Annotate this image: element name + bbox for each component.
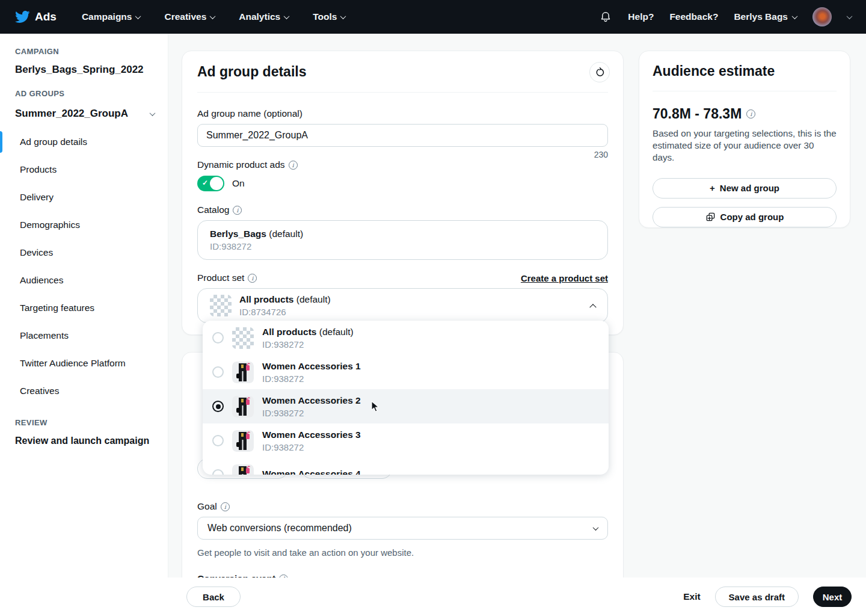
product-photo-thumbnail: [232, 362, 254, 383]
info-icon[interactable]: i: [221, 502, 230, 511]
catalog-select[interactable]: Berlys_Bags (default) ID:938272: [197, 220, 608, 260]
audience-estimate-description: Based on your targeting selections, this…: [653, 128, 837, 164]
sidebar-item-devices[interactable]: Devices: [0, 239, 168, 266]
copy-ad-group-button[interactable]: Copy ad group: [653, 207, 837, 227]
info-icon[interactable]: i: [248, 274, 257, 283]
sidebar-item-audiences[interactable]: Audiences: [0, 266, 168, 294]
exit-button[interactable]: Exit: [683, 591, 700, 602]
button-label: New ad group: [720, 183, 779, 193]
nav-menu-analytics[interactable]: Analytics: [239, 11, 289, 22]
ad-groups-section-label: AD GROUPS: [15, 89, 153, 98]
product-photo-thumbnail: [232, 430, 254, 452]
info-icon[interactable]: i: [746, 109, 755, 119]
product-set-option-women-accessories-1[interactable]: Women Accessories 1 ID:938272: [203, 355, 609, 389]
goal-label: Goal i: [197, 501, 608, 512]
create-product-set-link[interactable]: Create a product set: [521, 273, 608, 283]
product-photo-thumbnail: [232, 464, 254, 475]
save-as-draft-button[interactable]: Save as draft: [715, 587, 799, 607]
audience-estimate-card: Audience estimate 70.8M - 78.3M i Based …: [639, 51, 850, 228]
sidebar-item-delivery[interactable]: Delivery: [0, 183, 168, 211]
product-set-dropdown: All products (default) ID:938272 Women A…: [203, 321, 609, 475]
review-section-label: REVIEW: [15, 418, 153, 427]
notifications-bell-icon[interactable]: [599, 10, 612, 23]
set-suffix: (default): [296, 294, 331, 304]
radio-unselected[interactable]: [212, 435, 224, 446]
audience-estimate-value: 70.8M - 78.3M: [653, 106, 742, 122]
back-button[interactable]: Back: [186, 587, 241, 607]
goal-helper-text: Get people to visit and take an action o…: [197, 547, 608, 558]
sidebar: CAMPAIGN Berlys_Bags_Spring_2022 AD GROU…: [0, 34, 168, 616]
nav-menu-tools[interactable]: Tools: [313, 11, 345, 22]
catalog-label: Catalog i: [197, 205, 608, 215]
twitter-ads-app: Ads Campaigns Creatives Analytics Tools …: [0, 0, 866, 616]
ad-group-name-input[interactable]: [197, 124, 608, 147]
sidebar-item-review-and-launch[interactable]: Review and launch campaign: [15, 436, 153, 446]
chevron-down-icon: [792, 13, 798, 19]
option-name: Women Accessories 2: [262, 395, 361, 405]
goal-select[interactable]: Web conversions (recommended): [197, 517, 608, 540]
twitter-bird-icon: [14, 9, 30, 25]
option-suffix: (default): [319, 327, 354, 337]
sidebar-item-demographics[interactable]: Demographics: [0, 211, 168, 239]
ad-group-name: Summer_2022_GroupA: [15, 108, 128, 120]
product-photo-thumbnail: [232, 396, 254, 417]
goal-value: Web conversions (recommended): [207, 523, 352, 534]
product-set-option-women-accessories-2[interactable]: Women Accessories 2 ID:938272: [203, 389, 609, 424]
chevron-up-icon: [589, 304, 596, 310]
campaign-section-label: CAMPAIGN: [15, 47, 153, 56]
label-text: Product set: [197, 273, 244, 283]
new-ad-group-button[interactable]: + New ad group: [653, 178, 837, 199]
nav-menu-campaigns[interactable]: Campaigns: [82, 11, 141, 22]
product-set-option-all-products[interactable]: All products (default) ID:938272: [203, 321, 609, 355]
sidebar-item-ad-group-details[interactable]: Ad group details: [0, 128, 168, 156]
chevron-down-icon[interactable]: [847, 13, 853, 19]
footer-bar: Back Exit Save as draft Next: [0, 578, 866, 616]
option-id: ID:938272: [262, 408, 361, 418]
chevron-down-icon: [340, 13, 346, 19]
nav-menu-creatives[interactable]: Creatives: [164, 11, 215, 22]
divider: [197, 92, 608, 93]
label-text: Catalog: [197, 205, 229, 215]
dynamic-product-ads-label: Dynamic product ads i: [197, 159, 608, 170]
radio-unselected[interactable]: [212, 332, 224, 343]
info-icon[interactable]: i: [233, 206, 242, 215]
product-set-select[interactable]: All products (default) ID:8734726: [197, 288, 608, 323]
sidebar-item-targeting-features[interactable]: Targeting features: [0, 294, 168, 322]
sidebar-item-products[interactable]: Products: [0, 156, 168, 183]
label-text: Dynamic product ads: [197, 159, 285, 170]
sidebar-item-placements[interactable]: Placements: [0, 322, 168, 350]
campaign-name[interactable]: Berlys_Bags_Spring_2022: [15, 64, 153, 76]
nav-menu-label: Analytics: [239, 11, 280, 22]
nav-menu-label: Campaigns: [82, 11, 132, 22]
feedback-link[interactable]: Feedback?: [669, 11, 718, 22]
sidebar-item-twitter-audience-platform[interactable]: Twitter Audience Platform: [0, 350, 168, 377]
audience-card-title: Audience estimate: [653, 63, 837, 79]
option-id: ID:938272: [262, 442, 361, 452]
ad-group-selector[interactable]: Summer_2022_GroupA: [15, 108, 155, 120]
sidebar-item-creatives[interactable]: Creatives: [0, 377, 168, 405]
all-products-thumbnail: [210, 295, 232, 316]
refresh-button[interactable]: [589, 62, 610, 82]
account-name: Berlys Bags: [734, 11, 788, 22]
check-icon: ✓: [202, 179, 208, 187]
copy-icon: [705, 212, 716, 222]
nav-menu-label: Tools: [313, 11, 337, 22]
chevron-down-icon: [210, 13, 216, 19]
product-set-option-women-accessories-4[interactable]: Women Accessories 4: [203, 458, 609, 475]
radio-unselected[interactable]: [212, 469, 224, 475]
product-set-option-women-accessories-3[interactable]: Women Accessories 3 ID:938272: [203, 424, 609, 458]
catalog-suffix: (default): [269, 229, 303, 239]
help-link[interactable]: Help?: [628, 11, 654, 22]
radio-selected[interactable]: [212, 401, 224, 412]
set-id: ID:8734726: [239, 307, 331, 317]
next-button[interactable]: Next: [813, 587, 852, 607]
toggle-knob: [210, 177, 223, 190]
radio-unselected[interactable]: [212, 366, 224, 378]
card-title: Ad group details: [197, 64, 608, 80]
dynamic-product-ads-toggle[interactable]: ✓: [197, 176, 224, 191]
label-text: Goal: [197, 501, 217, 512]
account-menu[interactable]: Berlys Bags: [734, 11, 797, 22]
info-icon[interactable]: i: [289, 161, 298, 170]
avatar[interactable]: [812, 7, 832, 26]
brand[interactable]: Ads: [14, 9, 57, 25]
